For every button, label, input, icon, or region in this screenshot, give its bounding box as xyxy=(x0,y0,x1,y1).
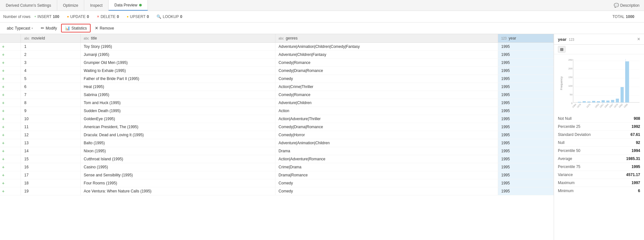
upsert-stat: ● UPSERT 0 xyxy=(127,14,149,19)
svg-text:1975: 1975 xyxy=(586,103,591,108)
col-header-movieid[interactable]: abc movieId xyxy=(21,34,80,43)
cell-title: Sabrina (1995) xyxy=(80,91,275,99)
cell-movieid: 8 xyxy=(21,99,80,107)
modify-button[interactable]: ✏ Modify xyxy=(37,24,60,32)
cell-genres: Adventure|Children|Fantasy xyxy=(275,51,498,59)
row-add-btn[interactable]: + xyxy=(0,171,21,179)
chart-type-icon: ▤ xyxy=(560,47,563,51)
row-add-btn[interactable]: + xyxy=(0,43,21,51)
svg-text:1964: 1964 xyxy=(604,103,609,108)
row-add-btn[interactable]: + xyxy=(0,83,21,91)
cell-title: Toy Story (1995) xyxy=(80,43,275,51)
metric-value: 4571.17 xyxy=(626,173,640,177)
nav-data-preview[interactable]: Data Preview xyxy=(109,0,148,11)
cell-genres: Comedy|Drama|Romance xyxy=(275,67,498,75)
genres-label: genres xyxy=(286,36,298,40)
row-add-btn[interactable]: + xyxy=(0,75,21,83)
svg-text:1995: 1995 xyxy=(623,103,628,108)
row-add-btn[interactable]: + xyxy=(0,155,21,163)
cell-title: Sense and Sensibility (1995) xyxy=(80,171,275,179)
update-stat: ● UPDATE 0 xyxy=(67,14,89,19)
modify-label: Modify xyxy=(46,26,57,31)
statistics-button[interactable]: 📊 Statistics xyxy=(61,24,91,32)
cell-year: 1995 xyxy=(498,75,553,83)
delete-icon: ✕ xyxy=(97,15,99,18)
cell-genres: Drama xyxy=(275,147,498,155)
y-axis-label: Frequency xyxy=(560,76,563,90)
cell-title: GoldenEye (1995) xyxy=(80,115,275,123)
metric-value: 1985.31 xyxy=(626,156,640,161)
row-add-btn[interactable]: + xyxy=(0,163,21,171)
col-header-year[interactable]: 123 year xyxy=(498,34,553,43)
cell-genres: Adventure|Animation|Children xyxy=(275,139,498,147)
cell-genres: Adventure|Animation|Children|Comedy|Fant… xyxy=(275,43,498,51)
chart-toolbar: ▤ xyxy=(554,45,644,54)
table-row: + 14 Nixon (1995) Drama 1995 xyxy=(0,147,554,155)
row-add-btn[interactable]: + xyxy=(0,139,21,147)
row-add-btn[interactable]: + xyxy=(0,91,21,99)
row-add-btn[interactable]: + xyxy=(0,115,21,123)
cell-title: American President, The (1995) xyxy=(80,123,275,131)
description-button[interactable]: 💬 Description xyxy=(609,3,644,8)
col-header-genres[interactable]: abc genres xyxy=(275,34,498,43)
insert-label: INSERT xyxy=(38,14,52,19)
cell-genres: Comedy xyxy=(275,179,498,187)
stats-panel: year 123 × ▤ Frequency 250 200 150 100 xyxy=(554,34,644,240)
row-add-btn[interactable]: + xyxy=(0,187,21,195)
metric-label: Percentile 25 xyxy=(558,124,580,129)
title-label: title xyxy=(91,36,97,40)
update-label: UPDATE xyxy=(70,14,85,19)
chart-type-button[interactable]: ▤ xyxy=(558,46,566,53)
cell-title: Sudden Death (1995) xyxy=(80,107,275,115)
svg-rect-21 xyxy=(587,102,591,102)
row-add-btn[interactable]: + xyxy=(0,179,21,187)
remove-button[interactable]: ✕ Remove xyxy=(91,24,118,32)
remove-icon: ✕ xyxy=(95,26,98,31)
svg-rect-13 xyxy=(625,61,629,102)
row-add-btn[interactable]: + xyxy=(0,99,21,107)
cell-movieid: 12 xyxy=(21,131,80,139)
cell-movieid: 3 xyxy=(21,59,80,67)
insert-stat: + INSERT 100 xyxy=(34,14,59,19)
remove-label: Remove xyxy=(100,26,114,31)
movieid-label: movieId xyxy=(31,36,45,40)
svg-text:100: 100 xyxy=(568,84,573,87)
typecast-button[interactable]: abc Typecast ▾ xyxy=(3,24,37,32)
cell-year: 1995 xyxy=(498,179,553,187)
col-header-title[interactable]: abc title xyxy=(80,34,275,43)
row-add-btn[interactable]: + xyxy=(0,131,21,139)
stats-close-button[interactable]: × xyxy=(637,37,640,42)
cell-genres: Action xyxy=(275,107,498,115)
metric-row: Not Null 908 xyxy=(558,115,640,123)
total-value: 1000 xyxy=(626,14,634,19)
svg-rect-16 xyxy=(611,100,614,102)
metric-row: Maximum 1997 xyxy=(558,179,640,187)
row-add-btn[interactable]: + xyxy=(0,123,21,131)
row-add-btn[interactable]: + xyxy=(0,51,21,59)
row-add-btn[interactable]: + xyxy=(0,59,21,67)
genres-type: abc xyxy=(279,37,284,40)
typecast-icon: abc xyxy=(7,26,13,31)
row-add-btn[interactable]: + xyxy=(0,67,21,75)
row-add-btn[interactable]: + xyxy=(0,107,21,115)
delete-value: 0 xyxy=(117,14,119,19)
metric-value: 1997 xyxy=(631,181,640,185)
svg-rect-22 xyxy=(583,101,586,102)
cell-year: 1995 xyxy=(498,59,553,67)
cell-title: Tom and Huck (1995) xyxy=(80,99,275,107)
cell-genres: Comedy xyxy=(275,75,498,83)
row-add-btn[interactable]: + xyxy=(0,147,21,155)
nav-derived-col[interactable]: Derived Column's Settings xyxy=(0,0,57,11)
metric-value: 908 xyxy=(634,116,640,121)
description-label: Description xyxy=(620,3,640,8)
nav-inspect[interactable]: Inspect xyxy=(84,0,109,11)
table-container[interactable]: abc movieId abc title abc genres 123 yea… xyxy=(0,34,554,240)
nav-optimize[interactable]: Optimize xyxy=(57,0,84,11)
table-row: + 1 Toy Story (1995) Adventure|Animation… xyxy=(0,43,554,51)
metric-row: Minimum 6 xyxy=(558,187,640,195)
metric-label: Percentile 50 xyxy=(558,148,580,153)
cell-movieid: 4 xyxy=(21,67,80,75)
cell-genres: Comedy|Romance xyxy=(275,91,498,99)
svg-text:1953: 1953 xyxy=(595,103,600,108)
table-row: + 10 GoldenEye (1995) Action|Adventure|T… xyxy=(0,115,554,123)
